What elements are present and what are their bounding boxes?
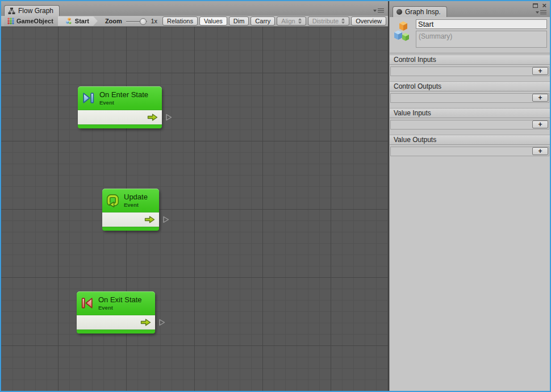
- node-header: On Exit State Event: [77, 291, 155, 315]
- flow-graph-icon: [8, 7, 15, 15]
- node-title: Update: [124, 193, 148, 202]
- flow-arrow-icon[interactable]: [144, 215, 156, 224]
- tab-flow-graph-label: Flow Graph: [18, 7, 53, 15]
- section-control-outputs: Control Outputs +: [390, 81, 550, 103]
- node-footer-strip: [78, 125, 162, 128]
- add-value-output-button[interactable]: +: [532, 147, 548, 155]
- graph-inspector-panel: Graph Insp. ×: [390, 1, 550, 391]
- control-output-port-icon[interactable]: [162, 215, 170, 224]
- overview-button[interactable]: Overview: [351, 16, 386, 26]
- section-value-inputs: Value Inputs +: [390, 108, 550, 130]
- zoom-label: Zoom: [105, 18, 122, 24]
- node-port-row: [78, 110, 162, 125]
- section-empty-list: +: [390, 147, 549, 156]
- graph-inspector-icon: [396, 9, 402, 15]
- inspector-sections: Control Inputs + Control Outputs + Value…: [390, 53, 550, 161]
- breadcrumb-start[interactable]: Start: [58, 16, 98, 26]
- node-port-row: [77, 315, 155, 330]
- node-subtitle: Event: [98, 305, 142, 311]
- state-machine-icon: [393, 19, 412, 48]
- distribute-button[interactable]: Distribute: [308, 16, 349, 26]
- control-output-port-icon[interactable]: [165, 113, 173, 122]
- node-header: Update Event: [102, 189, 159, 212]
- popup-arrows-icon: [298, 18, 302, 24]
- graph-canvas[interactable]: On Enter State Event: [1, 27, 388, 391]
- values-button[interactable]: Values: [199, 16, 227, 26]
- tab-graph-inspector-label: Graph Insp.: [405, 8, 441, 16]
- popup-arrows-icon: [341, 18, 345, 24]
- breadcrumb-gameobject-label: GameObject: [16, 18, 53, 24]
- node-on-exit-state[interactable]: On Exit State Event: [77, 291, 155, 333]
- section-empty-list: +: [390, 93, 549, 103]
- node-title: On Exit State: [98, 295, 142, 305]
- loop-icon: [106, 193, 120, 207]
- add-control-output-button[interactable]: +: [532, 94, 548, 102]
- flow-graph-toolbar: GameObject Start Zoom: [1, 16, 388, 27]
- align-button-label: Align: [281, 18, 295, 24]
- gameobject-icon: [7, 18, 14, 24]
- control-output-port-icon[interactable]: [158, 318, 166, 327]
- carry-button[interactable]: Carry: [251, 16, 275, 26]
- node-header: On Enter State Event: [78, 86, 162, 110]
- flow-arrow-icon[interactable]: [147, 113, 158, 122]
- node-title: On Enter State: [99, 90, 148, 99]
- tab-flow-graph[interactable]: Flow Graph: [4, 5, 60, 16]
- section-control-inputs: Control Inputs +: [390, 55, 550, 76]
- flow-graph-tabrow: Flow Graph: [1, 1, 388, 16]
- zoom-slider-handle[interactable]: [140, 18, 147, 25]
- unity-window: Flow Graph: [0, 0, 551, 392]
- section-header: Control Outputs: [390, 81, 550, 91]
- add-control-input-button[interactable]: +: [532, 67, 548, 75]
- graph-summary-input[interactable]: [416, 31, 547, 48]
- node-footer-strip: [102, 227, 159, 231]
- breadcrumb-start-label: Start: [75, 18, 89, 24]
- step-backward-icon: [80, 296, 94, 310]
- zoom-slider[interactable]: [126, 16, 148, 26]
- section-empty-list: +: [390, 66, 549, 76]
- node-subtitle: Event: [99, 99, 148, 106]
- graph-inspector-tabrow: Graph Insp. ×: [390, 1, 550, 17]
- pane-menu-icon[interactable]: [536, 9, 546, 15]
- node-subtitle: Event: [124, 202, 148, 208]
- node-footer-strip: [77, 330, 155, 333]
- flow-graph-panel: Flow Graph: [1, 1, 388, 391]
- graph-title-input[interactable]: [416, 19, 547, 29]
- inspector-header: [390, 17, 550, 53]
- dim-button[interactable]: Dim: [229, 16, 249, 26]
- state-machine-icon: [65, 17, 73, 26]
- maximize-icon[interactable]: [533, 3, 538, 8]
- align-button[interactable]: Align: [277, 16, 306, 26]
- pane-menu-icon[interactable]: [373, 7, 384, 14]
- relations-button[interactable]: Relations: [162, 16, 198, 26]
- node-on-enter-state[interactable]: On Enter State Event: [78, 86, 162, 128]
- section-header: Value Inputs: [390, 108, 550, 118]
- tab-graph-inspector[interactable]: Graph Insp.: [393, 6, 447, 17]
- breadcrumb-gameobject[interactable]: GameObject: [4, 16, 62, 26]
- node-port-row: [102, 212, 159, 227]
- add-value-input-button[interactable]: +: [532, 120, 548, 128]
- close-icon[interactable]: ×: [542, 3, 546, 8]
- section-header: Value Outputs: [390, 135, 550, 145]
- section-empty-list: +: [390, 120, 549, 130]
- flow-arrow-icon[interactable]: [140, 318, 152, 327]
- section-value-outputs: Value Outputs +: [390, 135, 550, 156]
- zoom-value: 1x: [151, 18, 157, 24]
- node-update[interactable]: Update Event: [102, 189, 159, 231]
- window-controls: ×: [533, 3, 546, 8]
- step-forward-icon: [81, 91, 95, 105]
- section-header: Control Inputs: [390, 55, 550, 65]
- distribute-button-label: Distribute: [312, 18, 339, 24]
